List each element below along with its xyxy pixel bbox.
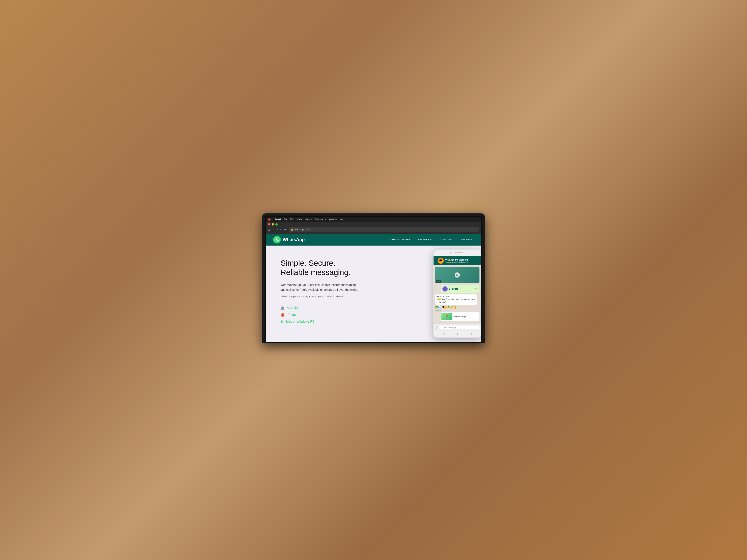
menubar-view[interactable]: View: [297, 218, 302, 221]
audio-duration: 0:09: [474, 288, 478, 290]
nav-features[interactable]: FEATURES: [418, 238, 431, 241]
location-name: Parque Lage: [454, 316, 466, 318]
chat-header: ‹ 🕶 🕶 🔔 it's the weekend Ayesha, Anya, C…: [434, 256, 481, 265]
website-content: WhatsApp WHATSAPP WEB FEATURES DOWNLOAD …: [266, 234, 481, 342]
location-sender-label: Ayesha: [435, 310, 480, 312]
sidebar-toggle[interactable]: ⊞ ▾: [268, 228, 272, 231]
chat-input-area: ☺ Type a message: [434, 324, 481, 330]
main-content: Simple. Secure. Reliable messaging. With…: [266, 245, 481, 342]
browser-chrome: ⊞ ▾ ‹ › 🛡 ••• 🔒 whatsapp.com: [266, 222, 481, 234]
video-thumbnail: ▶ 0:14: [435, 267, 480, 283]
audio-play-button[interactable]: ▶: [449, 287, 451, 290]
screen: 🍎 Safari File Edit View History Bookmark…: [266, 217, 481, 342]
download-links: 🤖 Android › 🍎 iPhone ›: [281, 306, 384, 324]
whatsapp-logo-icon: [273, 236, 281, 243]
address-bar-area: 🛡 ••• 🔒 whatsapp.com: [280, 227, 479, 232]
back-button[interactable]: ‹: [273, 228, 275, 232]
phone-back-button[interactable]: ◁: [443, 332, 445, 336]
chat-back-button[interactable]: ‹: [435, 259, 436, 262]
toolbar-row: ⊞ ▾ ‹ › 🛡 ••• 🔒 whatsapp.com: [268, 227, 479, 232]
android-download-link[interactable]: 🤖 Android ›: [281, 306, 384, 310]
emoji-reactions: 🌿💨🖼😊🌴😂🖐: [435, 306, 480, 309]
menubar-file[interactable]: File: [284, 218, 287, 221]
address-bar[interactable]: 🔒 whatsapp.com: [289, 227, 479, 232]
video-duration: 0:14: [436, 281, 441, 283]
phone-speaker: [454, 252, 463, 254]
chat-header-info: 🕶 🔔 it's the weekend Ayesha, Anya, Cauã,…: [445, 259, 479, 263]
phone-recents-button[interactable]: □: [470, 332, 471, 336]
chat-title: 🕶 🔔 it's the weekend: [445, 259, 479, 261]
menubar-help[interactable]: Help: [340, 218, 344, 221]
menubar-edit[interactable]: Edit: [290, 218, 294, 221]
phone-top-bezel: [434, 250, 481, 256]
phone-mockup: ‹ 🕶 🕶 🔔 it's the weekend Ayesha, Anya, C…: [433, 249, 481, 338]
android-icon: 🤖: [281, 306, 285, 310]
shield-icon: 🛡: [280, 228, 283, 231]
chat-body: ▶ 0:14 🎙 ▶: [434, 265, 481, 324]
forward-button[interactable]: ›: [276, 228, 279, 232]
menubar-window[interactable]: Window: [329, 218, 337, 221]
lock-icon: 🔒: [291, 228, 293, 231]
minimize-button[interactable]: [272, 223, 274, 225]
audio-sender-avatar: 🎙: [442, 286, 447, 292]
url-text: whatsapp.com: [294, 228, 310, 231]
laptop-frame: 🍎 Safari File Edit View History Bookmark…: [262, 214, 485, 343]
hero-description: With WhatsApp, you'll get fast, simple, …: [281, 283, 358, 292]
phone-camera: [450, 252, 452, 254]
whatsapp-navbar: WhatsApp WHATSAPP WEB FEATURES DOWNLOAD …: [266, 234, 481, 245]
message-input[interactable]: Type a message: [439, 325, 480, 329]
video-message-bubble[interactable]: ▶ 0:14: [435, 267, 480, 283]
desktop-icon: 🖥: [281, 320, 284, 324]
traffic-lights: [268, 223, 479, 225]
message-sender-name: Dario De Luca: [437, 296, 476, 298]
chat-avatar: 🕶: [438, 258, 444, 264]
text-message-bubble: Dario De Luca 😂😅 OMG hahaha, she's the c…: [435, 294, 477, 305]
phone-home-button[interactable]: ○: [457, 332, 458, 336]
nav-download[interactable]: DOWNLOAD: [439, 238, 454, 241]
location-map-thumbnail: 📍: [441, 313, 453, 320]
audio-waveform: [452, 287, 473, 290]
menubar-safari[interactable]: Safari: [275, 218, 281, 221]
mac-windows-label: Mac or Windows PC: [286, 320, 315, 323]
nav-whatsapp-web[interactable]: WHATSAPP WEB: [390, 238, 410, 241]
video-play-button[interactable]: ▶: [455, 272, 460, 277]
mac-windows-download-link[interactable]: 🖥 Mac or Windows PC ›: [281, 320, 384, 324]
phone-screen: ‹ 🕶 🕶 🔔 it's the weekend Ayesha, Anya, C…: [434, 256, 481, 330]
emoji-picker-button[interactable]: ☺: [435, 325, 438, 329]
laptop-container: 🍎 Safari File Edit View History Bookmark…: [262, 214, 485, 343]
nav-security[interactable]: SECURITY: [461, 238, 474, 241]
audio-message-bubble[interactable]: 🎙 ▶: [441, 285, 480, 293]
menubar-bookmarks[interactable]: Bookmarks: [315, 218, 326, 221]
android-label: Android: [287, 306, 298, 310]
hero-headline: Simple. Secure. Reliable messaging.: [281, 259, 384, 277]
fullscreen-button[interactable]: [275, 223, 278, 225]
whatsapp-logo-area[interactable]: WhatsApp: [273, 236, 305, 243]
extensions-menu[interactable]: •••: [284, 228, 288, 231]
iphone-arrow: ›: [300, 313, 301, 316]
menubar: 🍎 Safari File Edit View History Bookmark…: [266, 217, 481, 222]
message-text: 😂😅 OMG hahaha, she's the cutest! How is …: [437, 298, 476, 304]
chat-subtitle: Ayesha, Anya, Cauã, Dario, F...: [445, 261, 479, 263]
iphone-download-link[interactable]: 🍎 iPhone ›: [281, 313, 384, 317]
apple-menu[interactable]: 🍎: [268, 218, 271, 221]
android-arrow: ›: [301, 306, 302, 309]
phone-bottom-nav: ◁ ○ □: [434, 330, 481, 337]
location-message-bubble[interactable]: 📍 Parque Lage: [441, 312, 480, 321]
nav-arrows: ‹ ›: [273, 228, 279, 232]
whatsapp-logo-text: WhatsApp: [283, 237, 305, 242]
apple-icon: 🍎: [281, 313, 285, 317]
close-button[interactable]: [268, 223, 270, 225]
hero-text: Simple. Secure. Reliable messaging. With…: [281, 257, 384, 335]
mac-windows-arrow: ›: [317, 320, 318, 323]
hero-footnote: * Data charges may apply. Contact your p…: [281, 295, 358, 298]
screen-bezel: 🍎 Safari File Edit View History Bookmark…: [264, 216, 483, 343]
menubar-history[interactable]: History: [305, 218, 312, 221]
iphone-label: iPhone: [287, 313, 297, 317]
